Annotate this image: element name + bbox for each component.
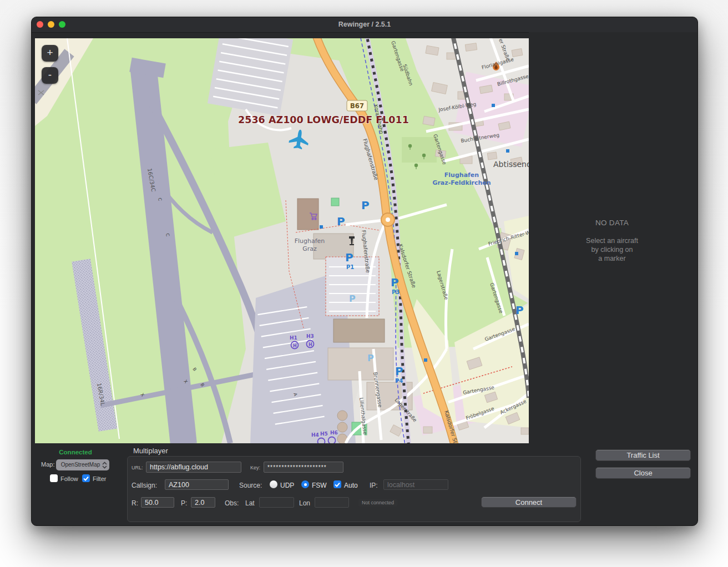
svg-text:H6: H6: [330, 430, 338, 436]
map-provider-dropdown[interactable]: OpenStreetMap: [56, 459, 109, 470]
aircraft-label: 2536 AZ100 LOWG/EDDF FL011: [238, 114, 409, 125]
svg-text:P3: P3: [392, 289, 400, 295]
key-label: Key:: [250, 465, 260, 470]
svg-text:P1: P1: [346, 264, 354, 270]
callsign-input[interactable]: AZ100: [165, 479, 229, 490]
auto-checkbox[interactable]: [333, 480, 341, 488]
svg-text:Graz: Graz: [302, 245, 317, 252]
svg-text:P: P: [337, 215, 345, 228]
callsign-label: Callsign:: [132, 482, 157, 489]
north-parking-lot: [208, 38, 293, 116]
udp-label: UDP: [280, 482, 294, 489]
filter-label: Filter: [93, 475, 106, 482]
udp-radio[interactable]: [270, 480, 277, 488]
svg-text:H5: H5: [320, 431, 328, 437]
map-select-label: Map:: [41, 461, 54, 468]
svg-text:P: P: [349, 293, 356, 304]
lon-label: Lon: [299, 499, 310, 507]
svg-text:P: P: [515, 303, 524, 317]
svg-text:H: H: [309, 342, 312, 347]
map-svg: B67 er Stra: [35, 38, 529, 443]
svg-text:P: P: [395, 364, 403, 378]
multiplayer-group-title: Multiplayer: [133, 447, 168, 455]
connect-button[interactable]: Connect: [481, 497, 577, 508]
r-input[interactable]: 50.0: [141, 497, 174, 508]
svg-text:Abtissendorf: Abtissendorf: [493, 160, 529, 169]
svg-text:Flughafen: Flughafen: [295, 237, 325, 245]
ip-label: IP:: [370, 482, 378, 489]
connection-status-label: Connected: [45, 449, 106, 455]
svg-text:Graz-Feldkirchen: Graz-Feldkirchen: [432, 179, 491, 186]
svg-text:H4: H4: [311, 432, 319, 438]
svg-text:H1: H1: [290, 335, 297, 341]
title-bar[interactable]: Rewinger / 2.5.1: [32, 17, 697, 33]
follow-label: Follow: [60, 475, 78, 482]
svg-text:P4: P4: [395, 378, 403, 384]
map-zoom-in-button[interactable]: +: [42, 45, 58, 62]
road-badge-b67: B67: [347, 100, 367, 111]
chevron-up-down-icon: [102, 462, 107, 473]
map-provider-value: OpenStreetMap: [61, 459, 100, 470]
window-title: Rewinger / 2.5.1: [32, 21, 697, 28]
lon-input[interactable]: [315, 497, 349, 508]
connection-state-chip: Not connected: [358, 499, 397, 507]
map-zoom-out-button[interactable]: -: [42, 67, 58, 84]
svg-text:B67: B67: [350, 102, 364, 110]
follow-checkbox[interactable]: [50, 474, 58, 482]
select-aircraft-hint: Select an aircraft by clicking on a mark…: [529, 236, 695, 263]
fsw-radio[interactable]: [301, 480, 309, 488]
lat-input[interactable]: [259, 497, 294, 508]
svg-text:Flughafen: Flughafen: [444, 171, 479, 179]
p-input[interactable]: 2.0: [191, 497, 215, 508]
traffic-list-button[interactable]: Traffic List: [595, 449, 691, 461]
url-label: URL:: [132, 465, 143, 470]
p-label: P:: [181, 499, 187, 507]
map-canvas[interactable]: B67 er Stra: [35, 38, 529, 443]
obs-label: Obs:: [225, 499, 239, 507]
ip-input[interactable]: localhost: [383, 479, 448, 490]
url-input[interactable]: https://abflug.cloud: [146, 462, 241, 473]
source-label: Source:: [239, 482, 262, 489]
svg-text:P: P: [391, 276, 399, 289]
svg-text:P: P: [361, 199, 370, 212]
lat-label: Lat: [245, 499, 255, 507]
svg-text:H3: H3: [306, 333, 314, 339]
app-window: Rewinger / 2.5.1: [31, 17, 698, 526]
svg-text:P: P: [345, 251, 353, 264]
svg-text:P: P: [367, 353, 374, 363]
ip-placeholder: localhost: [387, 481, 414, 489]
r-label: R:: [132, 499, 138, 507]
svg-text:H: H: [293, 343, 297, 348]
auto-label: Auto: [344, 482, 358, 489]
no-data-label: NO DATA: [529, 219, 695, 227]
close-button[interactable]: Close: [595, 467, 691, 479]
key-input[interactable]: *********************: [264, 462, 343, 473]
fsw-label: FSW: [312, 482, 327, 489]
filter-checkbox[interactable]: [82, 474, 90, 482]
